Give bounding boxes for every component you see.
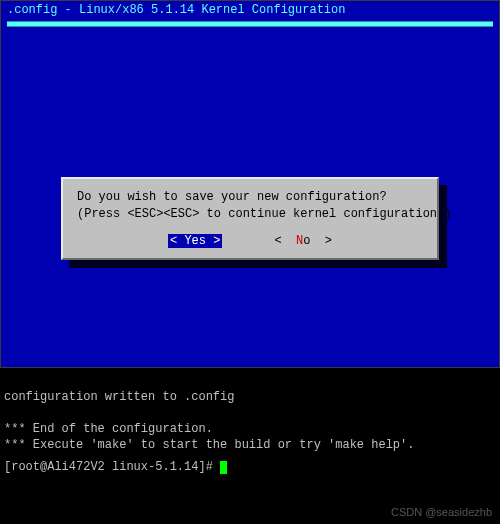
window-title: .config - Linux/x86 5.1.14 Kernel Config… — [1, 1, 499, 19]
term-line-end: *** End of the configuration. — [4, 422, 213, 436]
dialog-line-1: Do you wish to save your new configurati… — [77, 190, 387, 204]
watermark: CSDN @seasidezhb — [391, 505, 492, 520]
menuconfig-area: .config - Linux/x86 5.1.14 Kernel Config… — [0, 0, 500, 368]
yes-hotkey: Y — [184, 234, 191, 248]
no-open: < — [274, 234, 296, 248]
title-separator — [7, 21, 493, 27]
dialog-message: Do you wish to save your new configurati… — [77, 189, 423, 224]
yes-open: < — [170, 234, 184, 248]
screen: .config - Linux/x86 5.1.14 Kernel Config… — [0, 0, 500, 524]
yes-button[interactable]: < Yes > — [168, 234, 222, 248]
no-button[interactable]: < No > — [274, 234, 332, 248]
shell-prompt: [root@Ali472V2 linux-5.1.14]# — [4, 460, 220, 474]
save-config-dialog: Do you wish to save your new configurati… — [61, 177, 439, 260]
cursor-icon — [220, 461, 227, 474]
terminal-output: configuration written to .config *** End… — [0, 368, 500, 524]
shell-prompt-line[interactable]: [root@Ali472V2 linux-5.1.14]# — [4, 459, 496, 475]
dialog-line-2: (Press <ESC><ESC> to continue kernel con… — [77, 207, 451, 221]
yes-rest: es > — [192, 234, 221, 248]
term-line-written: configuration written to .config — [4, 390, 234, 404]
no-rest: o > — [303, 234, 332, 248]
save-dialog-wrap: Do you wish to save your new configurati… — [61, 177, 439, 260]
term-line-make: *** Execute 'make' to start the build or… — [4, 438, 414, 452]
dialog-button-row: < Yes > < No > — [77, 234, 423, 250]
